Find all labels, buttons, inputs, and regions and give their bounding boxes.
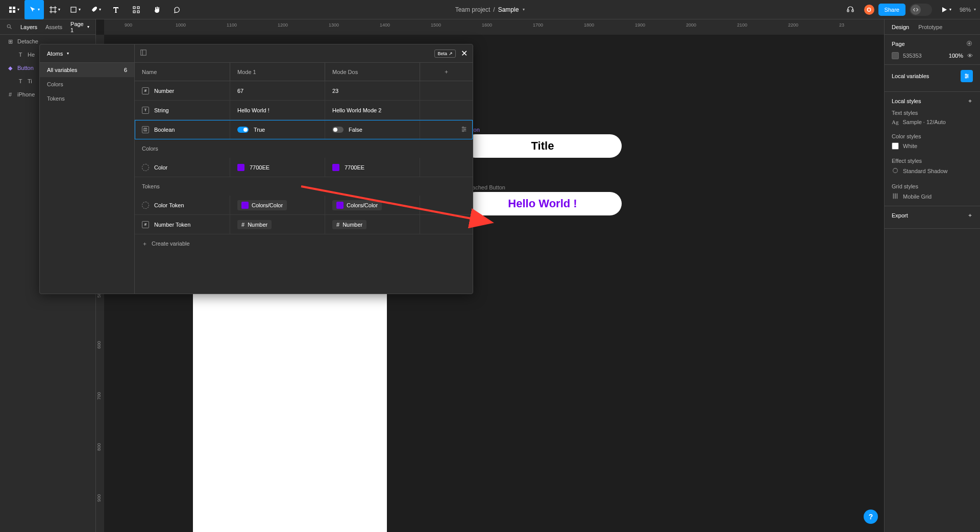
visibility-icon[interactable]: 👁: [967, 53, 973, 59]
text-style-prefix: Ag: [892, 119, 898, 125]
export-label: Export: [892, 212, 908, 219]
variables-sidebar: Atoms ▾ All variables 6 Colors Tokens: [40, 44, 135, 294]
resources-tool[interactable]: [127, 0, 146, 19]
column-mode2[interactable]: Mode Dos: [325, 63, 420, 81]
share-button[interactable]: Share: [878, 4, 905, 16]
background-options-icon[interactable]: [966, 40, 973, 48]
color-icon: [142, 202, 149, 209]
group-header: Colors: [135, 139, 473, 158]
user-avatar[interactable]: O: [864, 5, 874, 15]
top-toolbar: ▾ ▾ ▾ ▾ ▾ Team project / Sample ▾: [0, 0, 980, 19]
effect-style-item[interactable]: Standard Shadow: [892, 167, 973, 175]
hash-icon: #: [241, 222, 244, 228]
text-tool[interactable]: [106, 0, 126, 19]
color-swatch: [336, 202, 344, 209]
svg-point-32: [965, 77, 966, 78]
number-icon: #: [142, 221, 149, 228]
button-component[interactable]: Title: [463, 134, 622, 158]
svg-rect-9: [133, 7, 135, 9]
svg-point-22: [462, 127, 464, 128]
grid-icon: [892, 192, 899, 201]
svg-rect-0: [9, 7, 12, 9]
text-icon: T: [17, 52, 23, 58]
main-menu-button[interactable]: ▾: [4, 0, 23, 19]
svg-rect-14: [852, 10, 853, 12]
chevron-down-icon: ▾: [67, 51, 69, 56]
local-styles-label: Local styles: [892, 98, 921, 104]
local-variables-label: Local variables: [892, 73, 929, 79]
sidebar-toggle-icon[interactable]: [140, 49, 147, 58]
color-swatch: [241, 202, 249, 209]
tab-layers[interactable]: Layers: [20, 24, 37, 30]
present-button[interactable]: ▾: [936, 0, 955, 19]
create-variable-button[interactable]: ＋ Create variable: [135, 234, 473, 253]
sidebar-item-tokens[interactable]: Tokens: [40, 91, 134, 106]
settings-icon[interactable]: [460, 126, 468, 134]
collection-selector[interactable]: Atoms ▾: [40, 44, 134, 63]
toggle-off[interactable]: [332, 127, 344, 133]
beta-badge[interactable]: Beta ↗: [434, 50, 456, 58]
dev-mode-toggle[interactable]: [910, 4, 932, 16]
tab-assets[interactable]: Assets: [45, 24, 62, 30]
page-selector[interactable]: Page 1▾: [70, 21, 89, 33]
column-mode1[interactable]: Mode 1: [230, 63, 325, 81]
add-style-button[interactable]: ＋: [967, 97, 973, 105]
add-export-button[interactable]: ＋: [967, 211, 973, 219]
document-breadcrumb[interactable]: Team project / Sample ▾: [455, 6, 525, 13]
frame-icon: #: [7, 91, 13, 98]
text-styles-label: Text styles: [892, 110, 973, 116]
text-style-item[interactable]: Ag Sample · 12/Auto: [892, 119, 973, 125]
chevron-down-icon: ▾: [523, 7, 525, 12]
pen-tool[interactable]: ▾: [86, 0, 105, 19]
svg-rect-8: [71, 7, 76, 12]
zoom-control[interactable]: 98%▾: [960, 7, 976, 13]
svg-point-31: [967, 76, 968, 77]
variable-row[interactable]: #Number Token #Number #Number: [135, 215, 473, 234]
variable-row[interactable]: Color 7700EE 7700EE: [135, 158, 473, 177]
svg-rect-2: [9, 10, 12, 13]
shape-tool[interactable]: ▾: [65, 0, 85, 19]
sidebar-item-colors[interactable]: Colors: [40, 77, 134, 91]
svg-rect-10: [137, 7, 139, 9]
white-swatch: [892, 142, 899, 150]
variable-row[interactable]: Color Token Colors/Color Colors/Color: [135, 196, 473, 215]
design-panel: Design Prototype Page 535353 100% 👁 Loca…: [884, 19, 980, 532]
svg-rect-35: [895, 194, 896, 199]
boolean-icon: ◫: [142, 126, 149, 133]
variable-row[interactable]: #Number 67 23: [135, 81, 473, 101]
page-color-swatch[interactable]: [892, 52, 899, 59]
comment-tool[interactable]: [167, 0, 187, 19]
color-swatch: [237, 164, 244, 171]
frame-tool[interactable]: ▾: [45, 0, 64, 19]
hand-tool[interactable]: [147, 0, 166, 19]
color-style-item[interactable]: White: [892, 142, 973, 150]
variable-row[interactable]: ◫Boolean True False: [135, 120, 473, 139]
svg-rect-17: [141, 50, 146, 55]
tab-prototype[interactable]: Prototype: [918, 24, 942, 30]
detached-button[interactable]: Hello World !: [463, 192, 622, 215]
move-tool[interactable]: ▾: [24, 0, 44, 19]
add-mode-button[interactable]: ＋: [420, 63, 473, 81]
tab-design[interactable]: Design: [892, 24, 909, 30]
svg-rect-11: [133, 11, 135, 13]
toggle-on[interactable]: [237, 127, 249, 133]
svg-point-33: [893, 168, 898, 173]
grid-style-item[interactable]: Mobile Grid: [892, 192, 973, 201]
close-icon[interactable]: ✕: [461, 49, 468, 58]
column-name: Name: [135, 69, 230, 75]
svg-point-30: [965, 74, 966, 75]
artboard-iphone[interactable]: [193, 270, 387, 532]
open-variables-button[interactable]: [961, 70, 973, 82]
plus-icon: ＋: [142, 240, 148, 248]
sidebar-item-all[interactable]: All variables 6: [40, 63, 134, 77]
help-button[interactable]: ?: [864, 510, 878, 524]
search-icon[interactable]: [6, 23, 12, 31]
variable-row[interactable]: TString Hello World ! Hello World Mode 2: [135, 101, 473, 120]
audio-button[interactable]: [841, 0, 860, 19]
component-icon: ◆: [7, 65, 13, 71]
svg-point-24: [462, 130, 464, 132]
color-swatch: [332, 164, 339, 171]
text-icon: T: [17, 78, 23, 84]
svg-point-15: [7, 25, 10, 28]
shadow-icon: [892, 167, 899, 175]
